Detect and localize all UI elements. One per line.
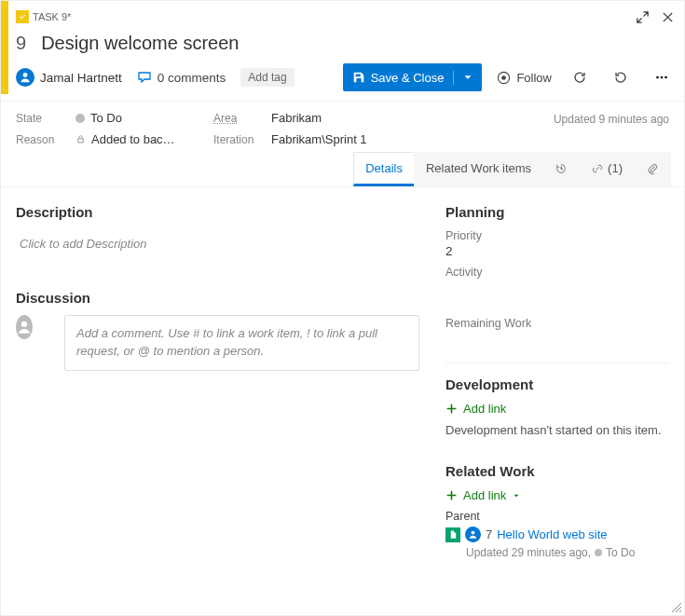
activity-value[interactable] bbox=[445, 281, 669, 294]
add-tag-button[interactable]: Add tag bbox=[240, 68, 294, 87]
remaining-work-value[interactable] bbox=[445, 332, 669, 346]
description-heading: Description bbox=[16, 204, 419, 220]
priority-label: Priority bbox=[445, 229, 669, 242]
discussion-input[interactable]: Add a comment. Use # to link a work item… bbox=[64, 315, 419, 371]
assignee-picker[interactable]: Jamal Hartnett bbox=[16, 68, 122, 87]
parent-link-row[interactable]: 7 Hello World web site bbox=[445, 527, 669, 542]
expand-icon[interactable] bbox=[636, 10, 650, 24]
remaining-work-label: Remaining Work bbox=[445, 317, 669, 330]
iteration-label: Iteration bbox=[213, 133, 264, 146]
svg-point-4 bbox=[661, 76, 664, 79]
tab-bar: Details Related Work items (1) bbox=[1, 152, 684, 187]
svg-point-3 bbox=[656, 76, 659, 79]
link-icon bbox=[591, 162, 604, 175]
discussion-heading: Discussion bbox=[16, 290, 419, 306]
activity-label: Activity bbox=[445, 266, 669, 279]
state-value[interactable]: To Do bbox=[75, 111, 206, 125]
priority-value[interactable]: 2 bbox=[445, 244, 669, 258]
parent-id: 7 bbox=[486, 527, 492, 541]
parent-subtext: Updated 29 minutes ago, To Do bbox=[445, 546, 669, 559]
svg-point-5 bbox=[664, 76, 667, 79]
add-dev-link-button[interactable]: Add link bbox=[445, 402, 669, 416]
iteration-value[interactable]: Fabrikam\Sprint 1 bbox=[271, 132, 420, 146]
type-label: TASK 9* bbox=[33, 11, 71, 22]
related-work-heading: Related Work bbox=[445, 463, 669, 479]
attachment-icon bbox=[646, 162, 659, 175]
chevron-down-icon bbox=[512, 491, 521, 500]
add-related-link-button[interactable]: Add link bbox=[445, 488, 669, 502]
undo-icon[interactable] bbox=[608, 64, 634, 90]
development-heading: Development bbox=[445, 376, 669, 392]
feature-icon bbox=[445, 527, 460, 542]
development-note: Development hasn't started on this item. bbox=[445, 423, 669, 437]
svg-point-2 bbox=[502, 75, 507, 80]
area-value[interactable]: Fabrikam bbox=[271, 111, 420, 125]
tab-attachments[interactable] bbox=[634, 152, 671, 186]
avatar-icon bbox=[16, 68, 34, 87]
refresh-icon[interactable] bbox=[567, 64, 593, 90]
work-item-id: 9 bbox=[16, 33, 26, 54]
history-icon bbox=[555, 162, 568, 175]
svg-point-0 bbox=[23, 73, 28, 77]
tab-details[interactable]: Details bbox=[353, 152, 415, 186]
close-icon[interactable] bbox=[661, 10, 675, 24]
reason-label: Reason bbox=[16, 133, 68, 146]
assignee-name: Jamal Hartnett bbox=[40, 71, 122, 85]
tab-related-work-items[interactable]: Related Work items bbox=[414, 152, 543, 186]
work-item-type: TASK 9* bbox=[16, 10, 71, 23]
svg-point-7 bbox=[472, 531, 475, 535]
parent-title[interactable]: Hello World web site bbox=[497, 527, 607, 541]
state-label: State bbox=[16, 112, 68, 125]
work-item-title[interactable]: Design welcome screen bbox=[41, 33, 239, 54]
lock-icon bbox=[75, 134, 86, 144]
user-avatar-icon bbox=[16, 315, 33, 339]
tab-links[interactable]: (1) bbox=[579, 152, 635, 186]
updated-timestamp: Updated 9 minutes ago bbox=[554, 111, 669, 126]
planning-heading: Planning bbox=[445, 204, 669, 220]
task-icon bbox=[16, 10, 29, 23]
tab-history[interactable] bbox=[542, 152, 580, 186]
svg-point-6 bbox=[21, 322, 27, 327]
follow-button[interactable]: Follow bbox=[497, 71, 552, 85]
comments-button[interactable]: 0 comments bbox=[137, 70, 226, 85]
save-menu-chevron[interactable] bbox=[454, 71, 482, 84]
avatar-icon bbox=[465, 527, 481, 542]
area-label: Area bbox=[213, 112, 264, 125]
more-icon[interactable] bbox=[649, 64, 675, 90]
reason-value[interactable]: Added to bac… bbox=[75, 132, 206, 146]
save-close-button[interactable]: Save & Close bbox=[343, 63, 483, 91]
resize-grip-icon[interactable] bbox=[671, 602, 682, 613]
description-field[interactable]: Click to add Description bbox=[16, 229, 419, 258]
parent-label: Parent bbox=[445, 510, 669, 523]
